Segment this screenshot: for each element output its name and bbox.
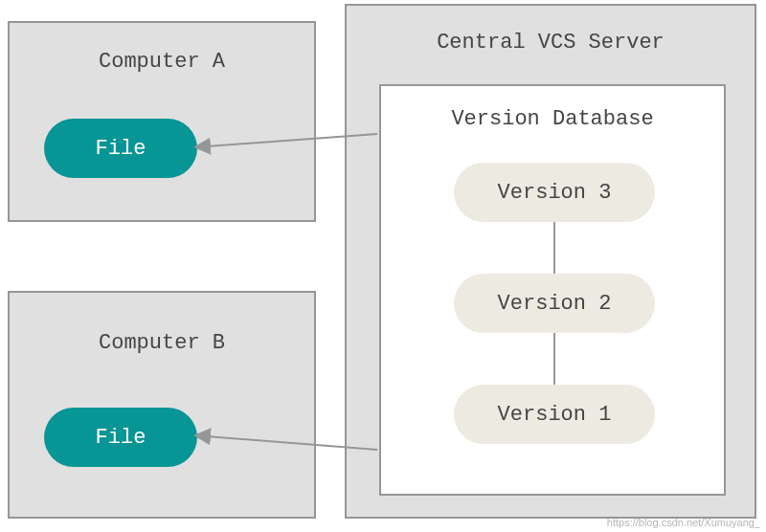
- computer-b-file-pill: File: [44, 408, 197, 467]
- computer-a-file-pill: File: [44, 119, 197, 178]
- computer-b-title: Computer B: [10, 331, 314, 355]
- diagram-container: Computer A File Computer B File Central …: [0, 0, 766, 532]
- computer-a-file-label: File: [96, 137, 146, 161]
- version-2-label: Version 2: [498, 292, 612, 316]
- computer-a-box: Computer A File: [8, 21, 316, 222]
- server-box: Central VCS Server Version Database Vers…: [345, 4, 756, 519]
- version-1-pill: Version 1: [454, 385, 655, 444]
- version-1-label: Version 1: [498, 403, 612, 427]
- version-2-pill: Version 2: [454, 274, 655, 333]
- version-3-label: Version 3: [498, 181, 612, 205]
- connector-v2-v1: [553, 333, 555, 385]
- version-database-title: Version Database: [381, 107, 724, 131]
- server-title: Central VCS Server: [347, 31, 755, 55]
- computer-a-title: Computer A: [10, 50, 314, 74]
- connector-v3-v2: [553, 222, 555, 274]
- version-3-pill: Version 3: [454, 163, 655, 222]
- computer-b-file-label: File: [96, 426, 146, 450]
- computer-b-box: Computer B File: [8, 291, 316, 519]
- version-database-box: Version Database Version 3 Version 2 Ver…: [379, 84, 726, 496]
- watermark: https://blog.csdn.net/Xumuyang_: [607, 517, 760, 528]
